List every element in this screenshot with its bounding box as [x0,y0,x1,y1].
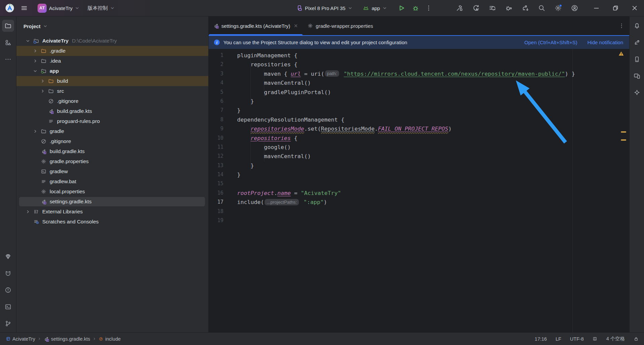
tool-stripe-logcat[interactable] [2,267,14,279]
chevron-down-icon[interactable] [32,69,38,73]
tree-item-build-gradle-kts[interactable]: build.gradle.kts [16,146,208,156]
tool-stripe-notifications[interactable] [631,20,643,32]
breadcrumb-include[interactable]: include [99,336,121,342]
chevron-down-icon[interactable] [25,39,31,43]
code-line-9: repositoriesMode.set(RepositoriesMode.FA… [237,124,575,133]
device-selector[interactable]: Pixel 8 Pro API 35 [297,5,353,11]
tree-item-label: .gitignore [50,138,71,144]
tree-item--gitignore[interactable]: .gitignore [16,96,208,106]
main-menu-button[interactable] [21,5,28,11]
tool-stripe-terminal[interactable] [2,301,14,313]
run-configuration-selector[interactable]: app [363,5,387,11]
chevron-right-icon[interactable] [32,49,38,53]
tree-item-external-libraries[interactable]: External Libraries [16,207,208,217]
tree-item-settings-gradle-kts[interactable]: settings.gradle.kts [16,197,208,207]
code-token: include( [237,199,264,205]
tree-item-scratches-and-consoles[interactable]: Scratches and Consoles [16,217,208,227]
tree-item-acivatetry[interactable]: AcivateTryD:\Code\AcivateTry [16,36,208,46]
tree-item-proguard-rules-pro[interactable]: proguard-rules.pro [16,116,208,126]
inspections-warning-icon[interactable] [618,51,624,57]
tab-options-button[interactable] [619,23,625,29]
banner-open-link[interactable]: Open (Ctrl+Alt+Shift+S) [524,40,577,45]
sync-project-with-gradle-files-button[interactable] [472,4,480,12]
line-number-8: 8 [209,115,223,124]
close-button[interactable] [625,0,644,16]
chevron-right-icon[interactable] [25,209,31,214]
code-editor[interactable]: 12345678910111213141516171819 pluginMana… [209,49,629,332]
profiler-button[interactable] [489,4,496,12]
device-phone-icon [297,5,303,11]
line-number-4: 4 [209,78,223,87]
gemini-icon [634,89,640,96]
folder-icon [40,58,47,64]
build-button[interactable] [456,4,463,12]
tree-item-src[interactable]: src [16,86,208,96]
folder-project-icon [5,22,11,29]
account-button[interactable] [571,4,578,12]
code-token: } [237,98,254,105]
project-tool-window: Project AcivateTryD:\Code\AcivateTry.gra… [16,16,209,332]
device-selector-label: Pixel 8 Pro API 35 [305,5,345,11]
agp-upgrade-assistant-button[interactable] [522,4,529,12]
line-number-9: 9 [209,124,223,133]
tool-stripe-resource-manager[interactable] [2,37,14,49]
status-widget-caret-position[interactable]: 17:16 [535,336,547,342]
tool-stripe-project[interactable] [2,20,14,32]
attach-debugger-button[interactable] [505,4,513,12]
search-everywhere-button[interactable] [538,4,545,12]
scrollbar-warning-mark[interactable] [621,139,626,141]
ignore-icon [48,98,54,104]
tool-stripe-gemini[interactable] [631,87,643,99]
tool-stripe-app-quality-insights[interactable] [2,251,14,263]
tree-item--gradle[interactable]: .gradle [16,46,208,56]
breadcrumb-settings-gradle-kts[interactable]: settings.gradle.kts [44,336,90,342]
line-number-14: 14 [209,170,223,179]
tool-stripe-device-manager[interactable] [631,53,643,65]
tree-item-local-properties[interactable]: local.properties [16,187,208,197]
scrollbar-warning-mark[interactable] [621,131,626,133]
tree-item--idea[interactable]: .idea [16,56,208,66]
tree-item-gradlew-bat[interactable]: gradlew.bat [16,177,208,187]
status-widget-indent-style[interactable]: 4 个空格 [606,336,625,342]
line-number-3: 3 [209,69,223,78]
folder-root-icon [33,38,40,44]
code-token: = [291,190,301,196]
project-widget[interactable]: AT AcivateTry [38,4,79,13]
editor-tab-gradle-wrapper-properties[interactable]: gradle-wrapper.properties [303,16,378,35]
tool-stripe-version-control[interactable] [2,318,14,330]
minimize-button[interactable] [587,0,606,16]
project-panel-header[interactable]: Project [16,16,208,36]
tree-item-gradle-properties[interactable]: gradle.properties [16,156,208,166]
tree-item-build-gradle-kts[interactable]: build.gradle.kts [16,106,208,116]
vcs-widget[interactable]: 版本控制 [88,5,115,11]
chevron-right-icon[interactable] [40,79,46,83]
more-actions-button[interactable] [425,5,432,11]
settings-button[interactable] [554,4,562,12]
tool-stripe-problems[interactable] [2,284,14,296]
code-token: maven { [237,71,291,77]
tree-item-gradlew[interactable]: gradlew [16,166,208,177]
editor-tab-settings-gradle-kts-acivatetry-[interactable]: settings.gradle.kts (AcivateTry) [209,16,303,35]
breadcrumb-acivatetry[interactable]: AcivateTry [6,336,35,342]
status-widget-file-encoding[interactable]: UTF-8 [570,336,584,342]
tool-stripe-more-tool-windows[interactable] [2,53,14,65]
chevron-right-icon[interactable] [32,129,38,134]
run-button[interactable] [398,4,405,12]
tool-stripe-gradle[interactable] [631,37,643,49]
close-tab-button[interactable] [293,23,298,28]
chevron-right-icon[interactable] [32,59,38,63]
tree-item-build[interactable]: build [16,76,208,86]
restore-button[interactable] [606,0,625,16]
status-widget-file-lock[interactable] [634,336,639,341]
banner-hide-link[interactable]: Hide notification [587,40,623,45]
debug-button[interactable] [412,4,419,12]
tool-stripe-running-devices[interactable] [631,70,643,82]
tree-item--gitignore[interactable]: .gitignore [16,136,208,146]
tree-item-label: build.gradle.kts [50,148,85,154]
chevron-right-icon[interactable] [40,89,46,93]
tree-item-gradle[interactable]: gradle [16,126,208,136]
tree-item-app[interactable]: app [16,66,208,76]
code-line-8: dependencyResolutionManagement { [237,115,575,124]
status-widget-reader-mode[interactable] [592,336,597,341]
status-widget-line-separator[interactable]: LF [555,336,561,342]
